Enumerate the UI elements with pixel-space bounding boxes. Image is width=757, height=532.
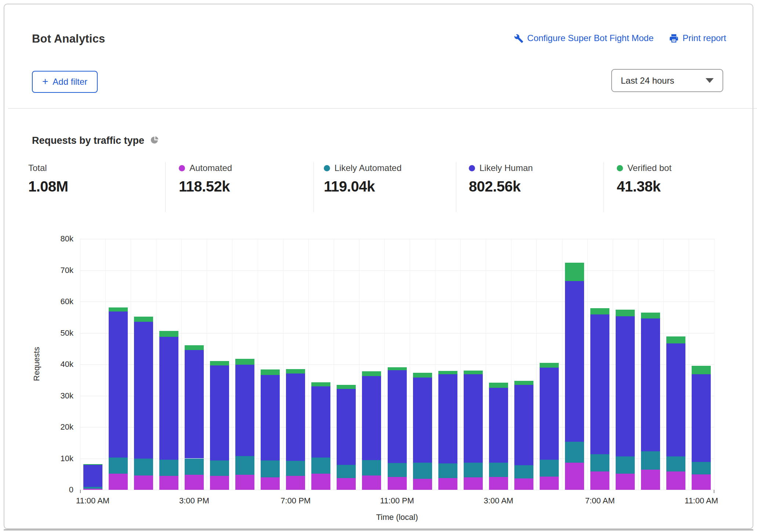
bar-segment-automated[interactable] — [185, 475, 204, 490]
bar-segment-automated[interactable] — [83, 489, 102, 490]
bar-segment-verified-bot[interactable] — [83, 464, 102, 465]
bar-segment-automated[interactable] — [565, 463, 584, 490]
bar-segment-verified-bot[interactable] — [540, 363, 559, 368]
bar-segment-likely-automated[interactable] — [616, 456, 635, 473]
bar-segment-likely-human[interactable] — [311, 386, 330, 458]
bar-segment-verified-bot[interactable] — [413, 373, 432, 378]
bar-segment-likely-automated[interactable] — [692, 462, 711, 474]
bar-segment-likely-automated[interactable] — [590, 454, 609, 471]
bar-segment-verified-bot[interactable] — [311, 382, 330, 386]
bar-segment-likely-human[interactable] — [185, 350, 204, 459]
bar-segment-automated[interactable] — [109, 474, 128, 490]
bar-segment-likely-human[interactable] — [159, 337, 178, 460]
bar-segment-likely-automated[interactable] — [311, 458, 330, 474]
bar-segment-likely-human[interactable] — [666, 343, 685, 456]
bar-segment-verified-bot[interactable] — [641, 313, 660, 318]
bar-segment-likely-automated[interactable] — [83, 487, 102, 489]
bar-segment-likely-automated[interactable] — [134, 459, 153, 475]
bar-segment-automated[interactable] — [540, 477, 559, 490]
bar-segment-automated[interactable] — [616, 474, 635, 490]
bar-segment-likely-automated[interactable] — [109, 458, 128, 474]
bar-segment-automated[interactable] — [489, 477, 508, 490]
bar-segment-likely-human[interactable] — [362, 376, 381, 460]
bar-segment-automated[interactable] — [362, 475, 381, 490]
bar-segment-automated[interactable] — [438, 478, 457, 490]
bar-segment-likely-human[interactable] — [590, 314, 609, 454]
bar-segment-likely-human[interactable] — [489, 388, 508, 462]
bar-segment-automated[interactable] — [692, 474, 711, 490]
bar-segment-likely-automated[interactable] — [413, 463, 432, 479]
bar-segment-verified-bot[interactable] — [159, 331, 178, 337]
bar-segment-likely-human[interactable] — [514, 385, 533, 465]
bar-segment-automated[interactable] — [666, 471, 685, 490]
bar-segment-likely-automated[interactable] — [286, 461, 305, 476]
bar-segment-automated[interactable] — [337, 478, 356, 490]
bar-segment-automated[interactable] — [261, 477, 280, 490]
bar-segment-automated[interactable] — [134, 475, 153, 490]
bar-segment-likely-human[interactable] — [692, 374, 711, 462]
bar-segment-likely-human[interactable] — [464, 374, 483, 462]
bar-segment-verified-bot[interactable] — [489, 383, 508, 388]
bar-segment-likely-automated[interactable] — [438, 463, 457, 478]
bar-segment-likely-automated[interactable] — [666, 456, 685, 472]
bar-segment-likely-automated[interactable] — [362, 460, 381, 475]
bar-segment-automated[interactable] — [388, 477, 407, 490]
bar-segment-verified-bot[interactable] — [210, 361, 229, 366]
bar-segment-likely-automated[interactable] — [388, 463, 407, 477]
bar-segment-automated[interactable] — [514, 478, 533, 490]
bar-segment-automated[interactable] — [235, 475, 254, 490]
bar-segment-verified-bot[interactable] — [692, 366, 711, 374]
bar-segment-verified-bot[interactable] — [337, 385, 356, 389]
bar-segment-verified-bot[interactable] — [590, 308, 609, 314]
bar-segment-likely-human[interactable] — [540, 368, 559, 460]
bar-segment-likely-automated[interactable] — [235, 456, 254, 475]
bar-segment-verified-bot[interactable] — [666, 336, 685, 343]
bar-segment-verified-bot[interactable] — [514, 381, 533, 385]
bar-segment-verified-bot[interactable] — [286, 369, 305, 374]
bar-segment-verified-bot[interactable] — [362, 371, 381, 376]
bar-segment-likely-automated[interactable] — [261, 460, 280, 477]
bar-segment-likely-human[interactable] — [438, 374, 457, 463]
bar-segment-verified-bot[interactable] — [185, 345, 204, 350]
bar-segment-likely-human[interactable] — [109, 311, 128, 458]
bar-segment-likely-automated[interactable] — [540, 460, 559, 477]
bar-segment-automated[interactable] — [590, 471, 609, 490]
bar-segment-likely-human[interactable] — [413, 378, 432, 463]
bar-segment-likely-automated[interactable] — [159, 460, 178, 476]
bar-segment-likely-human[interactable] — [286, 374, 305, 461]
bar-segment-verified-bot[interactable] — [109, 307, 128, 311]
bar-segment-automated[interactable] — [286, 476, 305, 490]
bar-segment-verified-bot[interactable] — [388, 367, 407, 371]
bar-segment-verified-bot[interactable] — [261, 369, 280, 375]
bar-segment-likely-automated[interactable] — [565, 442, 584, 463]
bar-segment-likely-human[interactable] — [641, 318, 660, 451]
bar-segment-automated[interactable] — [464, 477, 483, 490]
bar-segment-likely-automated[interactable] — [641, 451, 660, 470]
bar-segment-likely-automated[interactable] — [464, 463, 483, 477]
bar-segment-automated[interactable] — [641, 470, 660, 490]
bar-segment-verified-bot[interactable] — [616, 310, 635, 316]
bar-segment-likely-human[interactable] — [83, 465, 102, 487]
bar-segment-likely-human[interactable] — [337, 389, 356, 465]
bar-segment-likely-human[interactable] — [261, 375, 280, 460]
bar-segment-likely-automated[interactable] — [489, 463, 508, 477]
bar-segment-verified-bot[interactable] — [565, 263, 584, 281]
bar-segment-likely-automated[interactable] — [185, 459, 204, 475]
bar-segment-likely-automated[interactable] — [514, 465, 533, 478]
bar-segment-automated[interactable] — [159, 476, 178, 490]
bar-segment-likely-human[interactable] — [235, 365, 254, 456]
bar-segment-likely-human[interactable] — [210, 365, 229, 460]
bar-segment-automated[interactable] — [210, 476, 229, 490]
bar-segment-verified-bot[interactable] — [235, 359, 254, 364]
bar-segment-likely-human[interactable] — [388, 370, 407, 463]
bar-segment-likely-automated[interactable] — [337, 465, 356, 478]
bar-segment-automated[interactable] — [413, 479, 432, 490]
bar-segment-likely-human[interactable] — [616, 316, 635, 456]
bar-segment-likely-human[interactable] — [134, 322, 153, 459]
bar-segment-verified-bot[interactable] — [438, 371, 457, 374]
bar-segment-verified-bot[interactable] — [134, 317, 153, 322]
bar-segment-verified-bot[interactable] — [464, 371, 483, 374]
bar-segment-likely-human[interactable] — [565, 281, 584, 442]
bar-segment-automated[interactable] — [311, 474, 330, 490]
bar-segment-likely-automated[interactable] — [210, 460, 229, 476]
